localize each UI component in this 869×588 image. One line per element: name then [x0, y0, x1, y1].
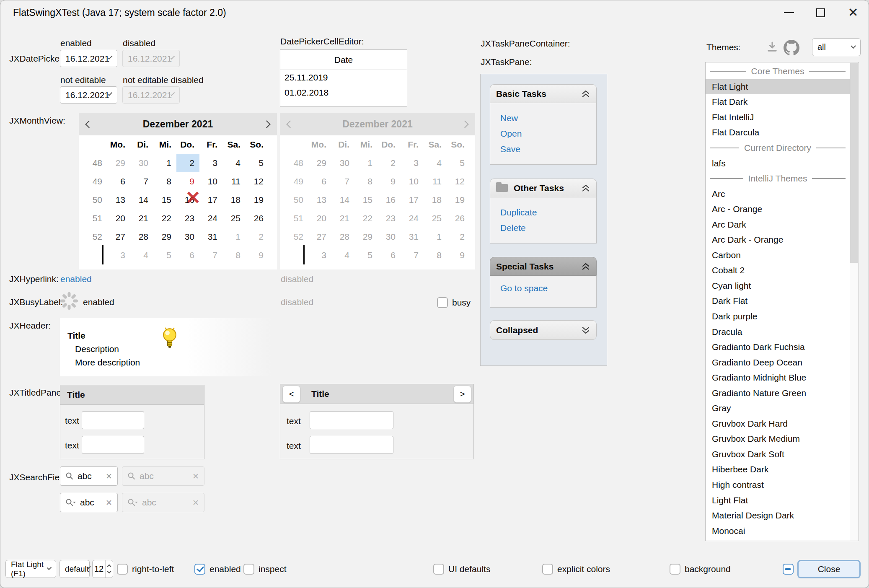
github-icon[interactable]: [784, 40, 799, 56]
theme-item[interactable]: Gradianto Deep Ocean: [706, 355, 850, 370]
calendar-day[interactable]: 21: [130, 209, 153, 228]
calendar-day[interactable]: 6: [176, 246, 199, 264]
theme-item[interactable]: lafs: [706, 155, 850, 171]
close-window-button[interactable]: ✕: [837, 0, 869, 25]
calendar-day[interactable]: 20: [107, 209, 130, 228]
text-input[interactable]: [82, 411, 144, 429]
calendar-day[interactable]: 16: [176, 191, 199, 209]
calendar-day[interactable]: 7: [199, 246, 222, 264]
calendar-day[interactable]: 6: [107, 172, 130, 191]
taskpane-header-special-tasks[interactable]: Special Tasks: [490, 257, 597, 276]
calendar-day[interactable]: 2: [176, 154, 199, 172]
task-link[interactable]: Delete: [500, 223, 596, 233]
calendar-day[interactable]: 28: [130, 228, 153, 246]
titled-panel-right-button[interactable]: >: [453, 386, 471, 403]
minimize-button[interactable]: [774, 0, 804, 25]
calendar-day[interactable]: 1: [222, 228, 246, 246]
calendar-day[interactable]: 30: [176, 228, 199, 246]
calendar-day[interactable]: 13: [107, 191, 130, 209]
theme-filter-combo[interactable]: all: [812, 38, 861, 56]
titled-panel-left-button[interactable]: <: [282, 386, 300, 403]
calendar-day[interactable]: 4: [222, 154, 246, 172]
maximize-button[interactable]: [805, 0, 835, 25]
calendar-day[interactable]: 14: [130, 191, 153, 209]
calendar-day[interactable]: 15: [153, 191, 176, 209]
clear-icon[interactable]: ✕: [106, 471, 112, 481]
checkbox-background[interactable]: [670, 564, 680, 575]
theme-item[interactable]: Flat IntelliJ: [706, 110, 850, 125]
theme-item[interactable]: Light Flat: [706, 492, 850, 508]
calendar-day[interactable]: 29: [153, 228, 176, 246]
table-column-header[interactable]: Date: [280, 50, 407, 70]
calendar-day[interactable]: 5: [153, 246, 176, 264]
datepicker-not-editable[interactable]: 16.12.2021: [60, 86, 117, 104]
theme-item[interactable]: Arc Dark - Orange: [706, 232, 850, 248]
download-icon[interactable]: [766, 41, 778, 54]
theme-item[interactable]: Dark purple: [706, 309, 850, 324]
lookandfeel-combo[interactable]: Flat Light (F1): [5, 560, 56, 578]
theme-item[interactable]: Gruvbox Dark Soft: [706, 447, 850, 462]
font-size-spinner[interactable]: 12: [92, 560, 113, 578]
theme-item[interactable]: Gradianto Dark Fuchsia: [706, 339, 850, 355]
scrollbar-thumb[interactable]: [850, 63, 858, 263]
task-link[interactable]: Open: [500, 129, 596, 139]
calendar-day[interactable]: 31: [199, 228, 222, 246]
theme-item[interactable]: Gruvbox Dark Hard: [706, 416, 850, 432]
calendar-day[interactable]: 29: [107, 154, 130, 172]
font-combo[interactable]: default: [59, 560, 90, 578]
spinner-arrows[interactable]: [105, 560, 113, 578]
theme-item[interactable]: Dracula: [706, 324, 850, 339]
taskpane-header-basic-tasks[interactable]: Basic Tasks: [490, 84, 597, 103]
text-input[interactable]: [82, 436, 144, 454]
theme-item[interactable]: Hiberbee Dark: [706, 462, 850, 477]
taskpane-header-other-tasks[interactable]: Other Tasks: [490, 179, 597, 197]
taskpane-header-collapsed[interactable]: Collapsed: [490, 320, 597, 340]
calendar-day[interactable]: 9: [246, 246, 269, 264]
theme-item[interactable]: Gradianto Nature Green: [706, 385, 850, 401]
calendar-day[interactable]: 5: [246, 154, 269, 172]
task-link[interactable]: New: [500, 113, 596, 123]
theme-item[interactable]: Arc Dark: [706, 217, 850, 232]
theme-item[interactable]: Flat Dark: [706, 94, 850, 110]
calendar-day[interactable]: 3: [107, 246, 130, 264]
theme-item[interactable]: Nord: [706, 539, 850, 541]
calendar-day[interactable]: 10: [199, 172, 222, 191]
calendar-day[interactable]: 8: [153, 172, 176, 191]
task-link[interactable]: Duplicate: [500, 207, 596, 218]
close-button[interactable]: Close: [797, 560, 861, 578]
theme-item[interactable]: Cyan light: [706, 278, 850, 294]
checkbox-ui-defaults[interactable]: [433, 564, 444, 575]
hyperlink-enabled[interactable]: enabled: [60, 274, 92, 284]
theme-item[interactable]: Carbon: [706, 248, 850, 263]
calendar-day[interactable]: 4: [130, 246, 153, 264]
calendar-day[interactable]: 23: [176, 209, 199, 228]
calendar-day[interactable]: 24: [199, 209, 222, 228]
calendar-day[interactable]: 27: [107, 228, 130, 246]
theme-item[interactable]: Cobalt 2: [706, 263, 850, 278]
search-field-with-menu[interactable]: abc ✕: [60, 493, 118, 512]
text-input[interactable]: [310, 411, 393, 429]
calendar-day[interactable]: 7: [130, 172, 153, 191]
theme-item[interactable]: Material Design Dark: [706, 508, 850, 523]
theme-item[interactable]: Gray: [706, 401, 850, 416]
next-month-icon[interactable]: [263, 120, 270, 128]
calendar-day[interactable]: 25: [222, 209, 246, 228]
theme-item[interactable]: Arc - Orange: [706, 202, 850, 217]
theme-item[interactable]: Flat Darcula: [706, 125, 850, 140]
table-row[interactable]: 25.11.2019: [280, 70, 407, 85]
checkbox-explicit-colors[interactable]: [542, 564, 553, 575]
theme-item[interactable]: Arc: [706, 186, 850, 202]
calendar-day[interactable]: 26: [246, 209, 269, 228]
calendar-day[interactable]: 19: [246, 191, 269, 209]
theme-item[interactable]: Monocai: [706, 523, 850, 539]
theme-item[interactable]: Gruvbox Dark Medium: [706, 431, 850, 447]
calendar-day[interactable]: 30: [130, 154, 153, 172]
task-link[interactable]: Go to space: [500, 283, 596, 293]
theme-item[interactable]: High contrast: [706, 477, 850, 493]
theme-item[interactable]: Gradianto Midnight Blue: [706, 370, 850, 386]
task-link[interactable]: Save: [500, 144, 596, 154]
search-field[interactable]: abc ✕: [60, 466, 118, 486]
theme-item[interactable]: Dark Flat: [706, 293, 850, 309]
checkbox-inspect[interactable]: [243, 564, 254, 575]
calendar-day[interactable]: 3: [199, 154, 222, 172]
